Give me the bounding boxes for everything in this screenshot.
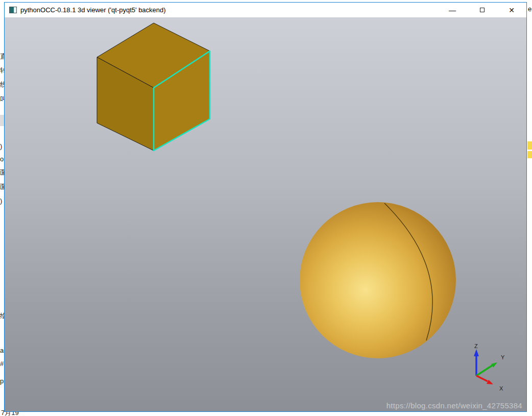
maximize-icon: [480, 8, 485, 12]
z-axis-label: Z: [474, 343, 478, 349]
background-text-fragment: 叫: [0, 95, 4, 103]
title-bar[interactable]: pythonOCC-0.18.1 3d viewer ('qt-pyqt5' b…: [5, 3, 526, 17]
y-axis-label: Y: [501, 354, 505, 360]
window-title: pythonOCC-0.18.1 3d viewer ('qt-pyqt5' b…: [20, 6, 166, 14]
pythonocc-viewer-window: pythonOCC-0.18.1 3d viewer ('qt-pyqt5' b…: [4, 2, 527, 412]
watermark: https://blog.csdn.net/weixin_42755384: [386, 401, 522, 410]
app-icon: [9, 7, 17, 13]
background-text-fragment: p: [0, 377, 4, 385]
background-selected-row: [0, 115, 4, 126]
box-shape[interactable]: [97, 23, 210, 151]
x-axis: [476, 376, 488, 381]
y-axis: [476, 365, 492, 376]
background-text-fragment: o: [0, 155, 4, 163]
y-axis-arrow-icon: [491, 362, 497, 368]
background-text-fragment: a: [0, 347, 4, 354]
3d-viewport[interactable]: Z Y X https://blog.csdn.net/weixin_42755…: [5, 17, 526, 411]
minimize-icon: —: [449, 8, 456, 13]
3d-scene: Z Y X: [5, 17, 526, 411]
background-text-fragment: 转: [0, 66, 4, 74]
minimize-button[interactable]: —: [438, 3, 467, 17]
axis-trihedron: Z Y X: [474, 343, 505, 391]
background-highlight-mark: [527, 141, 532, 150]
sphere-shape[interactable]: [300, 202, 456, 358]
background-text-fragment: 直: [0, 53, 4, 60]
background-text-fragment: e: [528, 5, 531, 13]
close-button[interactable]: ✕: [497, 3, 526, 17]
z-axis-arrow-icon: [474, 349, 479, 356]
maximize-button[interactable]: [467, 3, 497, 17]
sphere-body[interactable]: [300, 202, 456, 358]
background-text-fragment: 面: [0, 168, 4, 176]
close-icon: ✕: [509, 6, 515, 14]
background-text-fragment: ): [0, 142, 4, 150]
x-axis-label: X: [499, 385, 503, 391]
background-text-fragment: #: [0, 360, 4, 368]
window-controls: — ✕: [438, 3, 526, 17]
background-text-fragment: 线: [0, 81, 4, 88]
background-highlight-mark: [527, 151, 532, 158]
background-text-fragment: ): [0, 197, 4, 205]
background-text-fragment: 绘: [0, 312, 4, 320]
background-text-fragment: 面: [0, 183, 4, 190]
